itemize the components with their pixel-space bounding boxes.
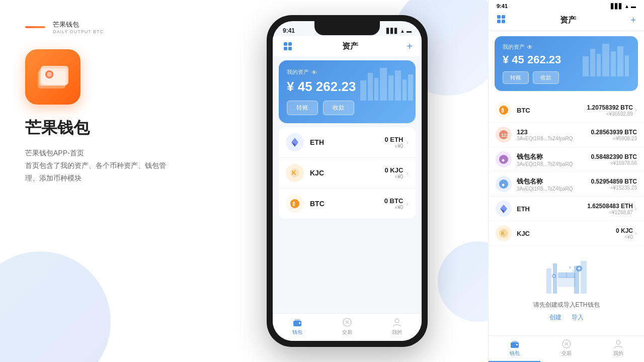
phone-nav-wallet[interactable]: 钱包 [273, 317, 323, 336]
phone-asset-buttons: 转账 收款 [287, 101, 408, 115]
right-nav-mine[interactable]: 我的 [592, 339, 644, 357]
right-battery-icon: ▬ [631, 4, 636, 9]
phone-eth-info: ETH [310, 138, 384, 146]
phone-screen: 9:41 ▋▋▋ ▲ ▬ 资产 + [273, 21, 422, 341]
phone-frame: 9:41 ▋▋▋ ▲ ▬ 资产 + [267, 15, 428, 347]
svg-text:◆: ◆ [502, 183, 505, 187]
right-coin-wallet2[interactable]: ◆ 钱包名称 3AvEQt1R8...TsZ4fpaRQ 0.52954859 … [489, 172, 644, 197]
phone-add-button[interactable]: + [407, 41, 413, 52]
right-nav-mine-label: 我的 [613, 350, 623, 357]
phone-grid-icon[interactable] [282, 40, 294, 52]
eth-create-section: 请先创建或导入ETH钱包 创建 导入 [489, 246, 644, 329]
brand-subtitle: DAILY OUTPUT BTC [53, 29, 104, 34]
right-eye-icon[interactable]: 👁 [527, 44, 533, 51]
right-status-time: 9:41 [497, 3, 508, 9]
app-main-title: 芒果钱包 [25, 117, 257, 139]
right-kjc-values: 0 KJC ≈¥0 [616, 227, 633, 240]
phone-app-header: 资产 + [273, 36, 422, 56]
phone-eth-arrow: › [406, 138, 409, 146]
phone-coin-kjc[interactable]: K KJC 0 KJC ≈¥0 › [279, 158, 416, 189]
right-coin-list: ₿ BTC 1.20758392 BTC ≈¥36592.89 › 123 12… [489, 96, 644, 335]
phone-eth-icon [286, 133, 304, 151]
right-btc-values: 1.20758392 BTC ≈¥36592.89 [587, 104, 633, 117]
right-coin-wallet1[interactable]: ◆ 钱包名称 3AvEQt1R8...TsZ4fpaRQ 0.58482390 … [489, 147, 644, 172]
right-receive-button[interactable]: 收款 [533, 71, 559, 84]
signal-icon: ▋▋▋ [386, 28, 398, 34]
phone-coin-eth[interactable]: ETH 0 ETH ≈¥0 › [279, 127, 416, 158]
app-icon [25, 49, 80, 105]
svg-rect-32 [502, 20, 505, 23]
battery-icon: ▬ [407, 28, 412, 34]
right-coin-eth[interactable]: ETH 1.62508483 ETH ≈¥1268.87 › [489, 197, 644, 221]
phone-coin-btc[interactable]: ₿ BTC 0 BTC ≈¥0 › [279, 189, 416, 219]
svg-rect-68 [512, 341, 517, 343]
svg-text:K: K [501, 231, 505, 236]
phone-btc-values: 0 BTC ≈¥0 [384, 197, 404, 210]
phone-asset-card: 我的资产 👁 ¥ 45 262.23 转账 收款 [279, 60, 416, 123]
right-coin-123[interactable]: 123 123 3AvEQt1R8...TsZ4fpaRQ 0.28563939… [489, 123, 644, 147]
right-add-button[interactable]: + [630, 15, 636, 26]
eye-icon[interactable]: 👁 [311, 69, 317, 75]
svg-rect-9 [360, 80, 366, 101]
phone-nav-wallet-icon [292, 317, 303, 328]
right-123-info: 123 3AvEQt1R8...TsZ4fpaRQ [517, 128, 591, 141]
right-signal-icon: ▋▋▋ [611, 4, 623, 9]
eth-create-button[interactable]: 创建 [549, 313, 561, 322]
phone-asset-label: 我的资产 👁 [287, 68, 408, 76]
right-coin-kjc[interactable]: K KJC 0 KJC ≈¥0 › [489, 221, 644, 246]
eth-import-button[interactable]: 导入 [572, 313, 584, 322]
right-nav-wallet[interactable]: 钱包 [489, 339, 540, 357]
right-123-icon: 123 [496, 127, 512, 143]
phone-nav-trade[interactable]: 交易 [323, 317, 372, 336]
svg-text:₿: ₿ [501, 108, 504, 113]
phone-coin-list: ETH 0 ETH ≈¥0 › K [279, 127, 416, 219]
phone-status-icons: ▋▋▋ ▲ ▬ [386, 28, 412, 34]
svg-rect-31 [497, 20, 501, 23]
right-kjc-icon: K [496, 225, 512, 241]
phone-nav-trade-label: 交易 [342, 329, 352, 336]
phone-mockup: 9:41 ▋▋▋ ▲ ▬ 资产 + [267, 15, 428, 347]
svg-rect-13 [388, 75, 393, 101]
phone-bottom-nav: 钱包 交易 [273, 313, 422, 341]
svg-point-71 [616, 340, 620, 344]
right-wallet2-info: 钱包名称 3AvEQt1R8...TsZ4fpaRQ [517, 177, 591, 192]
eth-create-text: 请先创建或导入ETH钱包 [496, 301, 637, 309]
svg-rect-33 [583, 56, 589, 76]
right-btc-info: BTC [517, 107, 587, 114]
phone-kjc-values: 0 KJC ≈¥0 [384, 166, 403, 179]
phone-nav-mine-icon [391, 317, 403, 328]
phone-transfer-button[interactable]: 转账 [287, 101, 318, 115]
phone-btc-arrow: › [406, 200, 409, 208]
svg-rect-5 [284, 42, 287, 46]
right-wallet1-values: 0.58482390 BTC ≈¥15978.56 [591, 153, 637, 166]
svg-rect-16 [408, 74, 413, 101]
left-panel: 芒果钱包 DAILY OUTPUT BTC 芒果钱包 芒果钱包APP-首页 首页… [0, 0, 282, 362]
brand-name-small: 芒果钱包 [53, 20, 104, 29]
right-coin-btc[interactable]: ₿ BTC 1.20758392 BTC ≈¥36592.89 › [489, 98, 644, 123]
phone-nav-trade-icon [342, 317, 353, 328]
right-wallet1-info: 钱包名称 3AvEQt1R8...TsZ4fpaRQ [517, 152, 591, 167]
right-status-bar: 9:41 ▋▋▋ ▲ ▬ [489, 0, 644, 12]
phone-kjc-info: KJC [310, 169, 384, 177]
phone-nav-mine[interactable]: 我的 [372, 317, 422, 336]
right-btc-icon: ₿ [496, 102, 512, 118]
right-asset-label: 我的资产 👁 [503, 43, 630, 51]
right-header-title: 资产 [560, 15, 576, 26]
svg-point-4 [47, 72, 52, 77]
svg-rect-7 [284, 47, 287, 50]
right-kjc-info: KJC [517, 230, 616, 237]
phone-receive-button[interactable]: 收款 [323, 101, 354, 115]
wifi-icon: ▲ [400, 28, 405, 34]
right-nav-trade[interactable]: 交易 [540, 339, 592, 357]
svg-rect-26 [299, 322, 300, 324]
right-wallet2-icon: ◆ [496, 176, 512, 192]
svg-rect-29 [497, 15, 501, 19]
right-nav-trade-label: 交易 [561, 350, 572, 357]
right-123-values: 0.28563939 BTC ≈¥5908.23 [591, 129, 637, 141]
right-eth-values: 1.62508483 ETH ≈¥1268.87 [587, 203, 633, 215]
right-grid-icon[interactable] [497, 15, 506, 26]
right-transfer-button[interactable]: 转账 [503, 71, 529, 84]
phone-header-title: 资产 [342, 41, 358, 52]
app-icon-container [25, 49, 257, 105]
svg-rect-25 [295, 319, 300, 322]
